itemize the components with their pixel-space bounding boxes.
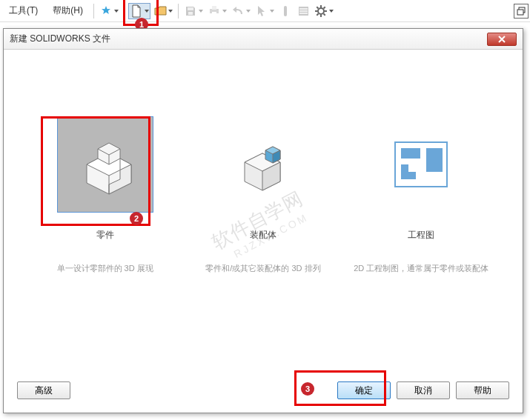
rebuild-icon: [279, 4, 292, 18]
restore-icon: [517, 7, 526, 16]
gear-icon: [314, 4, 328, 18]
chevron-down-icon: [114, 10, 119, 13]
dialog-body: 零件 单一设计零部件的 3D 展现: [4, 50, 523, 413]
open-button[interactable]: [152, 3, 174, 19]
option-drawing[interactable]: 工程图 2D 工程制图，通常属于零件或装配体: [347, 116, 495, 275]
svg-line-17: [317, 13, 318, 15]
option-desc: 单一设计零部件的 3D 展现: [31, 262, 179, 275]
svg-rect-9: [299, 13, 308, 14]
svg-rect-7: [299, 8, 308, 10]
close-button[interactable]: [487, 33, 517, 46]
svg-line-15: [317, 7, 318, 8]
chevron-down-icon: [145, 10, 149, 13]
svg-rect-25: [408, 172, 416, 179]
help-button[interactable]: 帮助: [456, 381, 509, 399]
close-icon: [497, 36, 506, 43]
svg-rect-20: [517, 10, 523, 15]
svg-line-16: [324, 13, 325, 15]
assembly-icon: [230, 131, 297, 198]
option-iconbox: [215, 116, 311, 213]
svg-rect-26: [401, 172, 408, 179]
options-list-button[interactable]: [295, 3, 311, 19]
menu-help[interactable]: 帮助(H): [45, 1, 90, 20]
svg-rect-3: [212, 6, 216, 10]
open-folder-icon: [153, 4, 167, 18]
save-button[interactable]: [182, 3, 205, 19]
dialog-titlebar: 新建 SOLIDWORKS 文件: [4, 29, 523, 50]
svg-rect-0: [188, 7, 193, 10]
option-iconbox: [57, 116, 153, 213]
list-icon: [297, 4, 310, 18]
option-title: 零件: [31, 229, 179, 241]
option-desc: 2D 工程制图，通常属于零件或装配体: [347, 262, 495, 275]
new-file-button[interactable]: [128, 3, 150, 19]
ok-button[interactable]: 确定: [337, 381, 391, 399]
restore-window-button[interactable]: [514, 4, 529, 19]
option-title: 工程图: [347, 229, 495, 241]
print-button[interactable]: [206, 3, 228, 19]
separator: [178, 4, 179, 19]
svg-rect-22: [401, 148, 420, 159]
print-icon: [208, 4, 221, 18]
settings-button[interactable]: [313, 3, 335, 19]
star-button[interactable]: [98, 3, 120, 19]
menu-tools[interactable]: 工具(T): [1, 1, 45, 20]
option-assembly[interactable]: 装配体 零件和/或其它装配体的 3D 排列: [189, 116, 337, 275]
undo-button[interactable]: [230, 3, 252, 19]
drawing-icon: [388, 135, 454, 194]
part-icon: [72, 131, 139, 198]
save-icon: [184, 4, 197, 18]
new-file-icon: [130, 4, 143, 18]
svg-line-18: [324, 7, 325, 8]
svg-rect-1: [188, 12, 193, 15]
separator: [93, 4, 94, 19]
option-part[interactable]: 零件 单一设计零部件的 3D 展现: [31, 116, 179, 275]
new-file-dialog: 新建 SOLIDWORKS 文件 零件 单一: [3, 28, 523, 413]
advanced-button[interactable]: 高级: [17, 381, 70, 399]
svg-rect-4: [212, 12, 216, 16]
option-title: 装配体: [189, 229, 337, 241]
cancel-button[interactable]: 取消: [397, 381, 450, 399]
tutorial-badge-3: 3: [301, 382, 314, 396]
svg-rect-24: [401, 164, 408, 172]
star-icon: [99, 4, 113, 18]
option-desc: 零件和/或其它装配体的 3D 排列: [189, 262, 337, 275]
select-button[interactable]: [254, 3, 276, 19]
svg-rect-8: [299, 10, 308, 12]
svg-point-10: [318, 8, 324, 14]
main-toolbar: 工具(T) 帮助(H): [0, 0, 530, 22]
chevron-down-icon: [329, 10, 334, 13]
undo-icon: [231, 4, 245, 18]
svg-rect-5: [284, 6, 287, 16]
dialog-button-row: 高级 确定 取消 帮助: [4, 371, 523, 413]
dialog-title: 新建 SOLIDWORKS 文件: [10, 33, 110, 45]
template-options: 零件 单一设计零部件的 3D 展现: [4, 50, 523, 290]
chevron-down-icon: [199, 10, 203, 13]
chevron-down-icon: [168, 10, 173, 13]
tutorial-badge-2: 2: [130, 212, 143, 225]
separator: [124, 4, 125, 19]
chevron-down-icon: [270, 10, 274, 13]
option-iconbox: [373, 116, 469, 213]
chevron-down-icon: [246, 10, 251, 13]
rebuild-button[interactable]: [277, 3, 294, 19]
cursor-icon: [255, 4, 268, 18]
chevron-down-icon: [222, 10, 227, 13]
svg-rect-23: [426, 148, 443, 172]
